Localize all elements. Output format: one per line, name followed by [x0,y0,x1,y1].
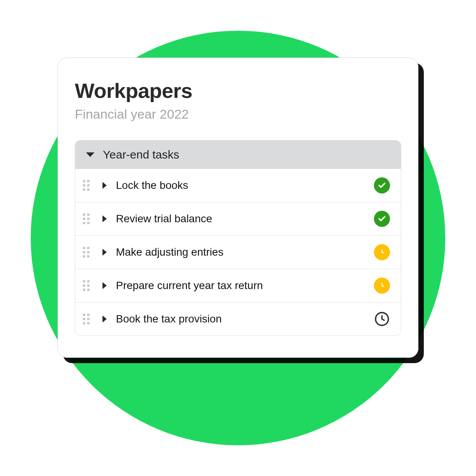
chevron-right-icon[interactable] [102,282,107,289]
chevron-right-icon[interactable] [102,182,107,189]
drag-handle-icon[interactable] [83,280,89,291]
page-title: Workpapers [75,79,401,102]
drag-handle-icon[interactable] [83,314,89,324]
task-label: Make adjusting entries [116,246,365,258]
chevron-right-icon[interactable] [102,249,107,256]
task-label: Lock the books [116,179,365,192]
task-row[interactable]: Book the tax provision [75,302,401,336]
task-row[interactable]: Review trial balance [75,202,401,235]
status-badge [374,278,390,294]
task-label: Book the tax provision [116,313,365,325]
workpapers-card: Workpapers Financial year 2022 Year-end … [58,58,418,358]
status-badge [374,244,390,260]
status-badge [374,177,390,193]
drag-handle-icon[interactable] [83,213,89,224]
task-list: Lock the booksReview trial balanceMake a… [75,169,401,336]
section-header-label: Year-end tasks [103,148,179,161]
section-header[interactable]: Year-end tasks [75,140,401,169]
clock-icon [374,278,390,294]
clock-outline-icon [374,311,390,327]
chevron-right-icon[interactable] [102,316,107,322]
status-badge [374,211,390,227]
checkmark-icon [374,211,390,227]
drag-handle-icon[interactable] [83,247,89,258]
chevron-down-icon [86,152,94,157]
task-label: Review trial balance [116,213,365,225]
task-row[interactable]: Prepare current year tax return [75,269,401,302]
drag-handle-icon[interactable] [83,180,89,191]
task-row[interactable]: Lock the books [75,169,401,202]
checkmark-icon [374,177,390,193]
task-label: Prepare current year tax return [116,279,365,292]
clock-icon [374,244,390,260]
task-row[interactable]: Make adjusting entries [75,235,401,269]
chevron-right-icon[interactable] [102,215,107,222]
page-subtitle: Financial year 2022 [75,107,401,122]
task-panel: Year-end tasks Lock the booksReview tria… [75,140,401,336]
status-badge [374,311,390,327]
